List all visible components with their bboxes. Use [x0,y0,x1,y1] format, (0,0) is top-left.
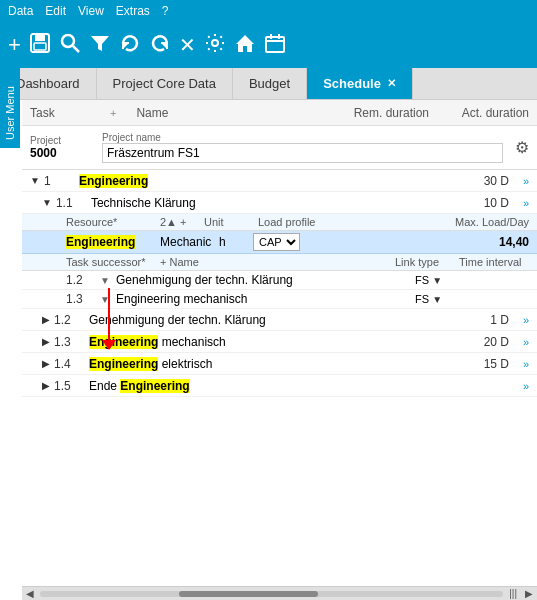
scroll-left-btn[interactable]: ◀ [22,588,38,599]
subtask-link-1-3: FS ▼ [415,293,465,305]
task-name-1-4: Engineering elektrisch [89,357,449,371]
project-id-box: Project 5000 [30,135,90,160]
subtask-num-1-2: 1.2 [66,273,96,287]
col-act-label: Act. duration [449,106,529,120]
resource-col1: Resource* [66,216,156,228]
task-name-1-2: Genehmigung der techn. Klärung [89,313,449,327]
svg-point-3 [62,35,74,47]
scroll-track[interactable] [40,591,503,597]
menu-extras[interactable]: Extras [116,4,150,18]
menu-help[interactable]: ? [162,4,169,18]
scroll-thumb [179,591,318,597]
task-dur-1-4: 15 D [449,357,509,371]
highlight-engineering-1-5: Engineering [120,379,189,393]
expand-1-5-icon[interactable]: ▶ [42,380,50,391]
resource-load-wrap: CAP [253,233,323,251]
schedule-content: ▼ 1 Engineering 30 D » ▼ 1.1 Technische … [22,170,537,586]
subtask-row-1-3: 1.3 ▼ Engineering mechanisch FS ▼ [22,290,537,309]
search-toolbar-icon[interactable] [59,32,81,58]
main-content: Task + Name Rem. duration Act. duration … [22,100,537,600]
svg-rect-8 [266,37,284,52]
task-chevron-1-1[interactable]: » [509,197,529,209]
task-chevron-1-3[interactable]: » [509,336,529,348]
user-menu-tab[interactable]: User Menu [0,68,20,148]
menu-view[interactable]: View [78,4,104,18]
highlight-engineering-1: Engineering [79,174,148,188]
resource-max-load: 14,40 [327,235,529,249]
project-name-input[interactable] [102,143,503,163]
table-row: ▼ 1.1 Technische Klärung 10 D » [22,192,537,214]
calendar-icon[interactable] [264,32,286,58]
red-arrowhead [102,340,116,350]
expand-1-icon[interactable]: ▼ [30,175,40,186]
task-num-1-2: 1.2 [54,313,89,327]
refresh-icon[interactable] [119,32,141,58]
svg-rect-1 [35,34,45,41]
expand-1-1-icon[interactable]: ▼ [42,197,52,208]
task-chevron-1[interactable]: » [509,175,529,187]
menu-data[interactable]: Data [8,4,33,18]
col-name-label: Name [136,106,319,120]
home-icon[interactable] [234,32,256,58]
scroll-right-btn[interactable]: ▶ [521,588,537,599]
menu-bar: Data Edit View Extras ? [0,0,537,22]
red-arrow-line [108,288,110,343]
subtask-header-row: Task successor* + Name Link type Time in… [22,254,537,271]
subtask-num-1-3: 1.3 [66,292,96,306]
subtask-arrow-1-2: ▼ [100,275,112,286]
project-settings-icon[interactable]: ⚙ [515,138,529,157]
filter-icon[interactable] [89,32,111,58]
task-name-1: Engineering [79,174,449,188]
expand-1-3-icon[interactable]: ▶ [42,336,50,347]
task-name-post-1-3: mechanisch [162,335,226,349]
tab-close-icon[interactable]: ✕ [387,77,396,90]
task-num-1: 1 [44,174,79,188]
col-plus-icon[interactable]: + [110,107,116,119]
subtask-link-1-2: FS ▼ [415,274,465,286]
table-row: ▶ 1.3 Engineering mechanisch 20 D » [22,331,537,353]
resource-unit: h [219,235,249,249]
task-name-1-1: Technische Klärung [91,196,449,210]
subtask-col1: Task successor* [66,256,156,268]
menu-edit[interactable]: Edit [45,4,66,18]
table-row: ▶ 1.5 Ende Engineering » [22,375,537,397]
expand-1-2-icon[interactable]: ▶ [42,314,50,325]
col-rem-label: Rem. duration [339,106,429,120]
tab-budget[interactable]: Budget [233,68,307,99]
highlight-engineering-1-3: Engineering [89,335,158,349]
task-name-1-5: Ende Engineering [89,379,449,393]
resource-load-select[interactable]: CAP [253,233,300,251]
resource-col5: Max. Load/Day [342,216,529,228]
subtask-link-arrow-1-2[interactable]: ▼ [432,275,442,286]
save-icon[interactable] [29,32,51,58]
task-header: Task + Name Rem. duration Act. duration [22,100,537,126]
resource-col4: Load profile [258,216,338,228]
task-num-1-1: 1.1 [56,196,91,210]
settings-toolbar-icon[interactable] [204,32,226,58]
tab-project-core-data[interactable]: Project Core Data [97,68,233,99]
undo-icon[interactable] [149,32,171,58]
subtask-highlight-1-3: Engineering [116,292,180,306]
tab-bar: Dashboard Project Core Data Budget Sched… [0,68,537,100]
subtask-link-arrow-1-3[interactable]: ▼ [432,294,442,305]
add-icon[interactable]: + [8,34,21,56]
task-chevron-1-4[interactable]: » [509,358,529,370]
subtask-name-post-1-3: mechanisch [183,292,247,306]
task-num-1-5: 1.5 [54,379,89,393]
project-info: Project 5000 Project name ⚙ [22,126,537,170]
task-dur-1-1: 10 D [449,196,509,210]
task-chevron-1-5[interactable]: » [509,380,529,392]
subtask-row-1-2: 1.2 ▼ Genehmigung der techn. Klärung FS … [22,271,537,290]
task-chevron-1-2[interactable]: » [509,314,529,326]
svg-rect-2 [34,43,46,50]
cancel-icon[interactable]: ✕ [179,35,196,55]
table-row: ▼ 1 Engineering 30 D » [22,170,537,192]
tab-schedule[interactable]: Schedule ✕ [307,68,413,99]
task-dur-1-2: 1 D [449,313,509,327]
resource-col3: Unit [204,216,254,228]
resource-col2[interactable]: 2▲ + [160,216,200,228]
expand-1-4-icon[interactable]: ▶ [42,358,50,369]
resource-mechanic: Mechanic [160,235,215,249]
horizontal-scrollbar: ◀ ||| ▶ [22,586,537,600]
subtask-col3: Link type [395,256,455,268]
